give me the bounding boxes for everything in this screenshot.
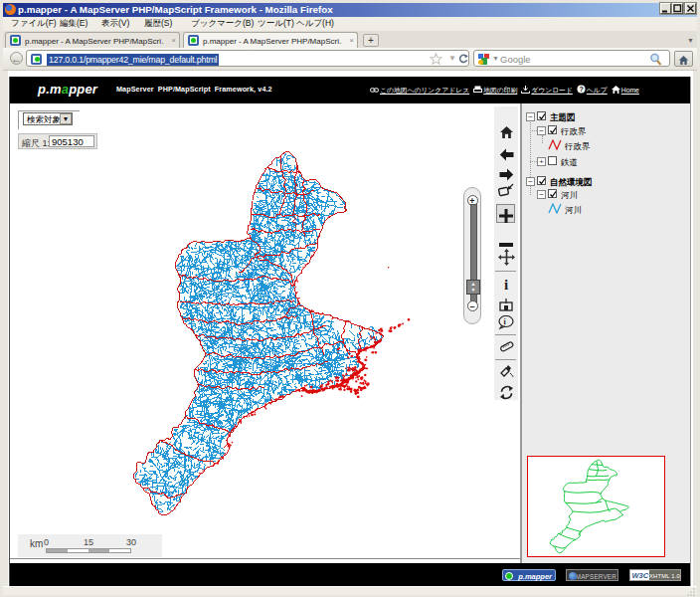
svg-text:i: i — [504, 317, 507, 326]
svg-text:?: ? — [579, 86, 583, 93]
